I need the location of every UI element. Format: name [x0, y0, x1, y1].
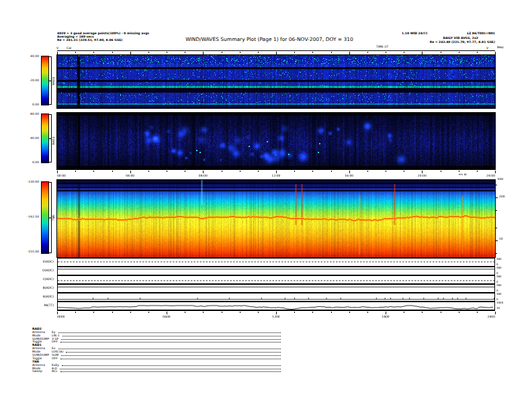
legend-dotted-leader: [61, 339, 281, 340]
axis-tick: [441, 171, 441, 172]
wind-waves-summary-page: 4020 + 3 good average points(100%) - 0 m…: [0, 0, 532, 411]
axis-tick: [185, 171, 185, 172]
small-panel-right-top: 360: [496, 275, 502, 279]
axis-tick: [203, 52, 204, 54]
tnr-right-axis: [495, 180, 504, 257]
axis-tick: [331, 171, 332, 172]
axis-tick: [386, 171, 386, 172]
legend-value: ACL: [52, 369, 58, 373]
legend-dotted-leader: [61, 355, 281, 356]
axis-tick: [294, 52, 295, 53]
rad2-spectrogram: [57, 55, 495, 108]
axis-tick: [294, 312, 295, 313]
tnr-cb-tickmark: [49, 182, 52, 183]
axis-tick: [57, 171, 58, 173]
rad1-cb-tick-mid: 40.00: [19, 136, 39, 140]
legend-dotted-leader: [62, 336, 281, 336]
axis-tick: [349, 52, 350, 54]
mid-axis-tick-label: 20:00: [418, 174, 427, 177]
rad2-panel-label: RAD2: [52, 68, 55, 95]
rad1-colorbar: [42, 114, 48, 163]
rad2-colorbar: [42, 56, 48, 105]
tnr-spectrogram: [57, 180, 495, 257]
tnr-right-tickmark: [495, 240, 498, 241]
axis-tick: [367, 312, 368, 313]
legend-dotted-leader: [58, 349, 281, 349]
legend-row: SweepACL: [32, 370, 282, 373]
tnr-right-unit: kHz: [498, 177, 503, 181]
legend-dotted-leader: [60, 371, 281, 372]
axis-tick: [112, 312, 113, 313]
header-lz-record: LZ 86/T001=N01: [467, 32, 495, 35]
axis-tick: [495, 312, 496, 314]
axis-tick: [422, 171, 423, 173]
axis-tick: [203, 171, 204, 173]
annotation-position-line: Re = 241.31 (220.51, 97.80, 8.06 GSE): [57, 38, 171, 42]
mid-axis-tick-label: 04:00: [126, 174, 134, 177]
marker-v-right: V: [486, 46, 488, 50]
rad1-cb-tickmark: [49, 162, 52, 163]
small-panel-cadc: [57, 275, 495, 284]
tnr-cb-tick-mid: -142.50: [17, 215, 39, 218]
axis-tick: [148, 52, 149, 53]
header-left-annotation: 4020 + 3 good average points(100%) - 0 m…: [57, 32, 171, 42]
small-panel-right-top: 360: [496, 284, 502, 287]
rad2-cb-tick-mid: 20.00: [19, 79, 39, 82]
axis-tick: [386, 312, 386, 314]
axis-tick: [222, 52, 222, 53]
marker-v-left: V: [56, 46, 58, 50]
axis-tick: [441, 52, 441, 53]
axis-tick: [331, 312, 332, 313]
small-panel-patt: [57, 302, 495, 310]
tnr-right-tickmark: [495, 253, 497, 254]
mid-axis-tick-label: 12:00: [272, 174, 281, 177]
rad2-cb-tickmark: [49, 56, 52, 57]
bottom-axis-tick-label: 1200: [272, 315, 279, 318]
axis-tick: [495, 52, 496, 54]
small-panel-trace: [58, 276, 494, 283]
axis-tick: [148, 171, 149, 172]
axis-tick: [75, 52, 76, 53]
axis-tick: [75, 312, 76, 313]
top-axis-unit-mhz: MHz: [497, 46, 504, 49]
axis-tick: [93, 312, 94, 313]
tnr-right-tickmark: [495, 197, 498, 198]
tnr-colorbar: [42, 182, 48, 253]
axis-tick: [167, 312, 167, 314]
small-panel-right-top: 1000: [496, 302, 503, 305]
tnr-cb-tickmark: [49, 253, 52, 253]
mid-axis-tick-label: 24:00: [486, 174, 495, 177]
axis-tick: [258, 312, 259, 313]
legend-dotted-leader: [62, 365, 281, 366]
small-panel-trace: [58, 293, 494, 301]
axis-tick: [167, 171, 167, 172]
top-time-axis: [57, 50, 495, 54]
small-panel-right-top: 360: [496, 267, 502, 270]
axis-tick: [203, 312, 204, 313]
axis-tick: [57, 52, 58, 54]
axis-tick: [185, 52, 185, 53]
small-panel-right-top: 360: [496, 258, 502, 261]
axis-tick: [312, 171, 313, 172]
mid-axis-note: erv dc: [459, 173, 467, 177]
header-daily-avgs: DAILY VID AVGS, 2x2: [443, 36, 478, 40]
legend-dotted-leader: [66, 352, 281, 353]
mid-axis-tick-label: 00:00: [57, 174, 66, 177]
small-panel-trace: [58, 259, 494, 266]
tnr-right-tickmark: [495, 228, 497, 228]
axis-tick: [495, 171, 496, 173]
small-panel-label: D(ADC): [27, 269, 54, 272]
small-panel-trace: [58, 285, 494, 292]
rad1-panel-label: RAD1: [52, 128, 55, 154]
mid-time-axis: 00:0004:0008:0012:0016:0020:0024:00: [57, 169, 495, 179]
rad1-cb-tick-bottom: 0.00: [19, 161, 39, 164]
header-version: 1.10 WID 24/CC: [402, 32, 428, 35]
legend-dotted-leader: [60, 359, 281, 359]
tnr-right-tickmark: [495, 210, 497, 211]
mid-axis-tick-label: 08:00: [199, 174, 208, 177]
axis-tick: [93, 171, 94, 172]
small-panel-label: E(ADC): [27, 260, 54, 263]
axis-tick: [222, 171, 222, 172]
marker-cal: Cal: [66, 46, 71, 50]
axis-tick: [112, 171, 113, 172]
